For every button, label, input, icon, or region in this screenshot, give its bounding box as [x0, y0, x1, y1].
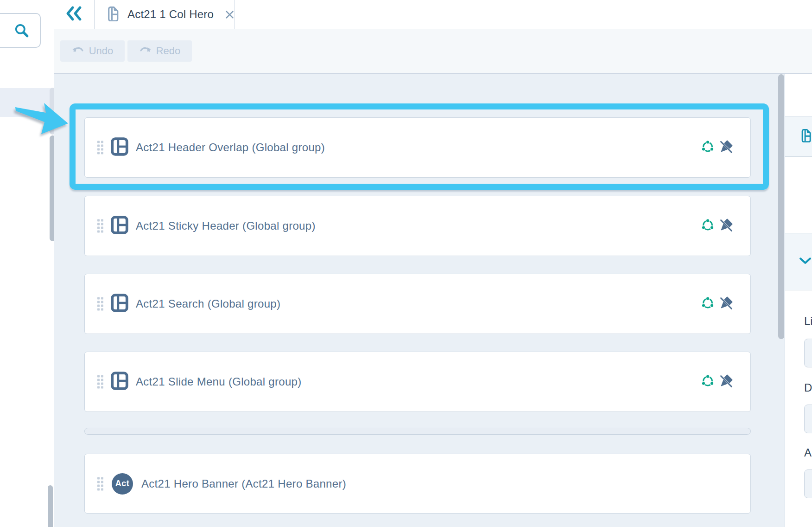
redo-button[interactable]: Redo: [127, 40, 192, 62]
edit-disabled-icon: [719, 218, 733, 234]
left-panel: [0, 0, 54, 527]
drag-handle[interactable]: [97, 141, 103, 154]
sidebar-section-top: [785, 74, 812, 116]
redo-label: Redo: [156, 45, 181, 57]
sidebar-section-fields: Li D A: [785, 290, 812, 527]
drag-handle[interactable]: [97, 375, 103, 389]
global-content-icon: [701, 140, 715, 155]
global-content-icon: [701, 374, 715, 390]
module-row-act21-search[interactable]: Act21 Search (Global group): [84, 274, 751, 334]
sidebar-section-middle: [785, 157, 812, 233]
collapse-panel-button[interactable]: [54, 0, 95, 29]
module-row-act21-slide-menu[interactable]: Act21 Slide Menu (Global group): [84, 352, 751, 412]
layout-columns-icon: [111, 216, 128, 236]
module-row-label: Act21 Search (Global group): [136, 297, 280, 310]
left-panel-selected-item[interactable]: [0, 88, 51, 117]
undo-label: Undo: [89, 45, 114, 57]
tab-act21-1-col-hero[interactable]: Act21 1 Col Hero: [95, 0, 235, 29]
page-icon: [107, 6, 119, 23]
search-icon: [14, 23, 30, 39]
module-row-act21-hero-banner[interactable]: Act Act21 Hero Banner (Act21 Hero Banner…: [84, 454, 751, 514]
global-content-icon: [701, 296, 715, 312]
module-row-label: Act21 Hero Banner (Act21 Hero Banner): [141, 477, 346, 490]
edit-disabled-icon: [719, 374, 733, 390]
global-content-icon: [701, 218, 715, 234]
layout-columns-icon: [111, 294, 128, 314]
drag-handle[interactable]: [97, 297, 103, 311]
undo-arrow-icon: [72, 45, 84, 57]
module-row-label: Act21 Sticky Header (Global group): [136, 219, 316, 232]
tab-title: Act21 1 Col Hero: [127, 8, 214, 21]
sidebar-field-input[interactable]: [804, 469, 812, 498]
sidebar-section-page[interactable]: [785, 116, 812, 157]
module-row-act21-header-overlap[interactable]: Act21 Header Overlap (Global group): [84, 117, 751, 178]
sidebar-field-label: A: [804, 446, 812, 459]
module-row-act21-sticky-header[interactable]: Act21 Sticky Header (Global group): [84, 196, 751, 256]
edit-disabled-icon: [719, 140, 733, 155]
drag-handle[interactable]: [97, 219, 103, 233]
sidebar-field-input[interactable]: [804, 339, 812, 367]
list-section-divider: [84, 428, 751, 435]
edit-disabled-icon: [719, 296, 733, 312]
module-row-label: Act21 Header Overlap (Global group): [136, 141, 325, 154]
sidebar-field-input[interactable]: [804, 405, 812, 433]
layout-columns-icon: [111, 137, 128, 158]
close-icon[interactable]: [226, 11, 234, 19]
drag-handle[interactable]: [97, 477, 103, 490]
sidebar-section-collapse[interactable]: [785, 233, 812, 290]
undo-button[interactable]: Undo: [60, 40, 125, 62]
module-row-label: Act21 Slide Menu (Global group): [136, 375, 302, 388]
sidebar-field-label: D: [804, 381, 812, 394]
collapse-double-chevron-left-icon: [66, 6, 82, 23]
act-avatar: Act: [112, 473, 133, 495]
layout-columns-icon: [111, 372, 128, 392]
content-scrollbar-thumb[interactable]: [778, 74, 784, 339]
left-scrollbar-lower-thumb[interactable]: [48, 485, 53, 527]
redo-arrow-icon: [139, 45, 152, 57]
page-icon: [800, 129, 812, 144]
sidebar-field-label: Li: [804, 315, 812, 328]
chevron-down-icon: [799, 257, 812, 266]
